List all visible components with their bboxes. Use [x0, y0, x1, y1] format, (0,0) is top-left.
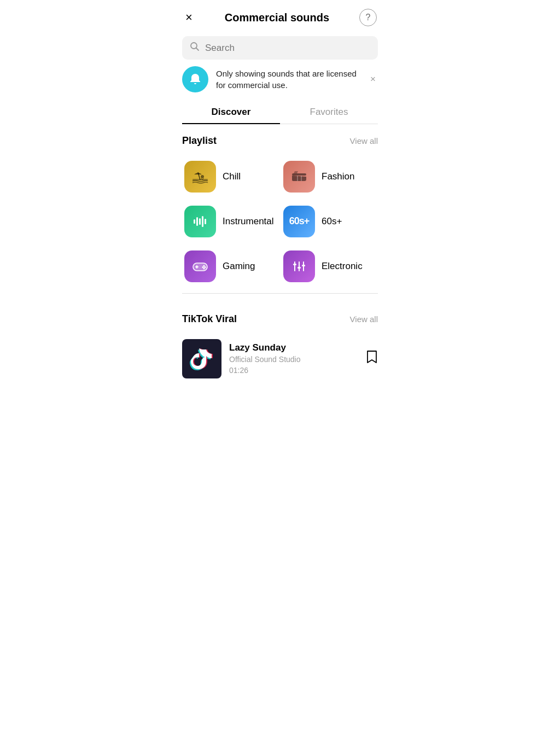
- svg-rect-13: [196, 265, 197, 269]
- playlist-item-electronic[interactable]: Electronic: [280, 244, 379, 289]
- section-divider: [182, 293, 378, 294]
- svg-rect-10: [205, 219, 206, 224]
- svg-point-15: [202, 266, 204, 268]
- svg-rect-7: [196, 217, 198, 226]
- header: × Commercial sounds ?: [173, 0, 387, 33]
- 60s-badge-text: 60s+: [289, 215, 310, 227]
- viral-item-title: Lazy Sunday: [229, 342, 358, 353]
- viral-item-duration: 01:26: [229, 366, 358, 375]
- playlist-label-fashion: Fashion: [322, 171, 354, 182]
- svg-rect-8: [199, 218, 201, 225]
- tiktok-viral-title: TikTok Viral: [182, 313, 237, 325]
- playlist-label-60s: 60s+: [322, 216, 342, 227]
- playlist-label-gaming: Gaming: [223, 261, 255, 272]
- playlist-item-instrumental[interactable]: Instrumental: [181, 199, 280, 244]
- svg-point-17: [203, 267, 205, 269]
- playlist-item-gaming[interactable]: Gaming: [181, 244, 280, 289]
- viral-item-info: Lazy Sunday Official Sound Studio 01:26: [229, 342, 358, 375]
- notice-close-button[interactable]: ×: [368, 72, 378, 87]
- playlist-icon-chill: [184, 161, 216, 193]
- tiktok-view-all[interactable]: View all: [350, 314, 378, 324]
- tab-discover[interactable]: Discover: [182, 101, 280, 124]
- playlist-item-fashion[interactable]: Fashion: [280, 154, 379, 199]
- playlist-icon-60s: 60s+: [283, 206, 315, 237]
- playlist-item-chill[interactable]: Chill: [181, 154, 280, 199]
- svg-rect-6: [194, 219, 195, 224]
- search-icon: [190, 42, 200, 54]
- playlist-icon-fashion: [283, 161, 315, 193]
- svg-point-16: [205, 266, 206, 268]
- svg-rect-22: [298, 267, 301, 269]
- tiktok-viral-section: TikTok Viral View all Lazy Sunday Offici…: [173, 298, 387, 385]
- playlist-title: Playlist: [182, 135, 217, 147]
- playlist-label-chill: Chill: [223, 171, 241, 182]
- viral-item-artist: Official Sound Studio: [229, 355, 358, 364]
- svg-line-1: [196, 48, 199, 51]
- playlist-grid: Chill Fashion In: [173, 154, 387, 289]
- notice-icon: [182, 66, 208, 92]
- playlist-item-60s[interactable]: 60s+ 60s+: [280, 199, 379, 244]
- notice-banner: Only showing sounds that are licensed fo…: [182, 66, 378, 92]
- search-input[interactable]: [205, 43, 370, 54]
- notice-text: Only showing sounds that are licensed fo…: [216, 68, 360, 91]
- viral-thumbnail: [182, 339, 221, 378]
- search-bar[interactable]: [182, 36, 378, 60]
- page-title: Commercial sounds: [225, 11, 329, 24]
- viral-item-lazy-sunday[interactable]: Lazy Sunday Official Sound Studio 01:26: [173, 333, 387, 385]
- playlist-icon-electronic: [283, 250, 315, 282]
- svg-point-14: [203, 265, 205, 266]
- playlist-label-electronic: Electronic: [322, 261, 363, 272]
- tab-favorites[interactable]: Favorites: [280, 101, 378, 124]
- playlist-view-all[interactable]: View all: [350, 136, 378, 145]
- close-button[interactable]: ×: [183, 9, 195, 26]
- playlist-section-header: Playlist View all: [173, 124, 387, 154]
- tiktok-section-header: TikTok Viral View all: [173, 302, 387, 333]
- playlist-icon-gaming: [184, 250, 216, 282]
- svg-rect-21: [293, 264, 296, 265]
- tabs-container: Discover Favorites: [182, 101, 378, 124]
- playlist-label-instrumental: Instrumental: [223, 216, 274, 227]
- bookmark-button[interactable]: [366, 350, 378, 368]
- svg-rect-5: [292, 173, 306, 176]
- svg-rect-9: [202, 216, 203, 227]
- playlist-icon-instrumental: [184, 206, 216, 237]
- svg-rect-23: [302, 265, 305, 266]
- svg-point-4: [201, 175, 204, 178]
- help-button[interactable]: ?: [359, 9, 377, 26]
